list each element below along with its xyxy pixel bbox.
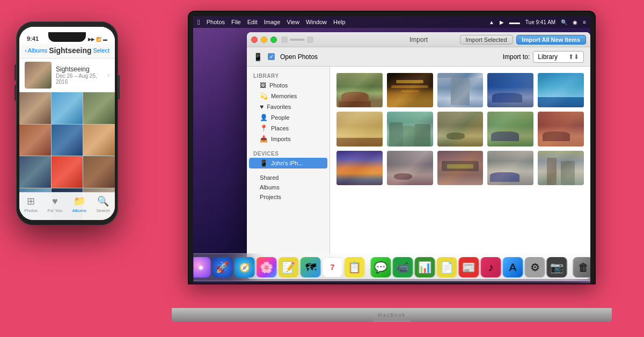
dock-notes[interactable]: 📝 xyxy=(279,257,299,277)
photos-icon: 🖼 xyxy=(260,82,266,89)
menubar-window[interactable]: Window xyxy=(306,19,327,25)
photo-thumb[interactable] xyxy=(336,151,383,185)
iphone-back-button[interactable]: ‹ Albums xyxy=(25,47,47,54)
dock-calendar[interactable]: 7 xyxy=(323,257,343,277)
tab-search[interactable]: 🔍 Search xyxy=(96,195,109,213)
sidebar-item-memories[interactable]: 💫 Memories xyxy=(249,91,327,101)
photo-thumb[interactable] xyxy=(387,112,433,146)
photo-thumb[interactable] xyxy=(336,112,383,146)
iphone-tabbar: ⊞ Photos ♥ For You 📁 Albums 🔍 Search xyxy=(19,192,115,220)
dock-camera[interactable]: 📷 xyxy=(547,257,567,277)
sidebar-item-favorites[interactable]: ♥ Favorites xyxy=(249,101,327,112)
photo-thumb[interactable] xyxy=(437,151,484,185)
sidebar-item-projects[interactable]: Projects xyxy=(249,192,327,202)
tab-albums[interactable]: 📁 Albums xyxy=(72,195,86,213)
iphone-photo-cell[interactable] xyxy=(83,92,115,124)
photo-thumb[interactable] xyxy=(387,151,433,185)
import-to-section: Import to: Library ⬆⬇ xyxy=(503,51,584,63)
dock-trash[interactable]: 🗑 xyxy=(573,257,591,277)
iphone-nav-row: ‹ Albums Sightseeing Select xyxy=(25,46,109,55)
iphone-photo-cell[interactable] xyxy=(52,92,83,124)
sidebar-item-photos[interactable]: 🖼 Photos xyxy=(249,80,327,91)
dock-appstore[interactable]: A xyxy=(503,257,523,277)
dock-photos-browse[interactable]: 🌸 xyxy=(257,257,277,277)
macbook-base: MacBook xyxy=(172,308,612,322)
apple-logo-icon:  xyxy=(197,18,200,26)
photo-thumb[interactable] xyxy=(538,151,584,185)
import-all-button[interactable]: Import All New Items xyxy=(516,35,586,45)
tab-for-you[interactable]: ♥ For You xyxy=(47,196,62,213)
iphone-photos-header: ‹ Albums Sightseeing Select xyxy=(19,44,115,58)
sidebar-people-label: People xyxy=(271,114,289,121)
dock-maps[interactable]: 🗺 xyxy=(301,257,321,277)
window-icon xyxy=(307,36,313,43)
window-titlebar: Import Import Selected Import All New It… xyxy=(247,32,590,47)
sidebar-item-people[interactable]: 👤 People xyxy=(249,112,327,123)
window-slider[interactable] xyxy=(290,39,305,41)
sidebar-item-iphone[interactable]: 📱 John's iPh... xyxy=(249,158,327,169)
iphone-photo-cell[interactable] xyxy=(19,92,51,124)
sidebar-item-imports[interactable]: 📥 Imports xyxy=(249,134,327,144)
close-button[interactable] xyxy=(251,36,258,43)
photo-thumb[interactable] xyxy=(437,112,484,146)
sidebar-item-shared[interactable]: Shared xyxy=(249,173,327,182)
iphone-select-button[interactable]: Select xyxy=(93,47,109,54)
minimize-button[interactable] xyxy=(261,36,267,43)
sidebar-item-places[interactable]: 📍 Places xyxy=(249,123,327,134)
menubar-edit[interactable]: Edit xyxy=(247,19,258,25)
photo-thumb[interactable] xyxy=(487,151,533,185)
import-selected-button[interactable]: Import Selected xyxy=(460,35,513,45)
photo-thumb[interactable] xyxy=(487,73,533,107)
dock-music[interactable]: ♪ xyxy=(481,257,501,277)
iphone-photo-cell[interactable] xyxy=(19,124,51,156)
dock-safari[interactable]: 🧭 xyxy=(235,257,255,277)
appstore-icon: A xyxy=(509,261,516,274)
iphone-volume-down[interactable] xyxy=(14,85,16,101)
macbook-screen-bezel:  Photos File Edit Image View Window Hel… xyxy=(188,11,596,284)
sidebar-item-albums[interactable]: Albums xyxy=(249,182,327,192)
dock-news[interactable]: 📰 xyxy=(459,257,479,277)
photo-thumb[interactable] xyxy=(437,73,484,107)
import-to-dropdown[interactable]: Library ⬆⬇ xyxy=(533,51,584,63)
iphone-photo-cell[interactable] xyxy=(83,124,115,156)
tab-photos[interactable]: ⊞ Photos xyxy=(24,195,38,213)
iphone-album-row[interactable]: Sightseeing Dec 26 – Aug 25, 2016 › xyxy=(19,58,115,92)
photo-thumb[interactable] xyxy=(387,73,433,107)
dock-pages[interactable]: 📄 xyxy=(437,257,457,277)
maximize-button[interactable] xyxy=(270,36,277,43)
photo-thumb[interactable] xyxy=(336,73,383,107)
dock-facetime[interactable]: 📹 xyxy=(393,257,413,277)
menubar-help[interactable]: Help xyxy=(333,19,346,25)
dock-numbers[interactable]: 📊 xyxy=(415,257,435,277)
iphone-photo-cell[interactable] xyxy=(83,156,115,188)
dock-settings[interactable]: ⚙ xyxy=(525,257,545,277)
dock-stickies[interactable]: 📋 xyxy=(345,257,365,277)
iphone-photo-cell[interactable] xyxy=(52,156,83,188)
siri-icon[interactable]: ◉ xyxy=(573,19,577,25)
window-action-buttons: Import Selected Import All New Items xyxy=(460,35,586,45)
calendar-icon: 7 xyxy=(331,263,335,272)
iphone-volume-up[interactable] xyxy=(14,64,16,80)
menubar-file[interactable]: File xyxy=(231,19,241,25)
photo-thumb[interactable] xyxy=(538,73,584,107)
sidebar-iphone-label: John's iPh... xyxy=(271,160,303,166)
safari-icon: 🧭 xyxy=(239,262,250,273)
search-icon[interactable]: 🔍 xyxy=(561,19,567,25)
devices-section-label: Devices xyxy=(247,149,330,158)
open-photos-checkbox[interactable]: ✓ xyxy=(268,53,275,60)
iphone-power-button[interactable] xyxy=(118,75,120,99)
photo-thumb[interactable] xyxy=(487,112,533,146)
menubar-image[interactable]: Image xyxy=(264,19,281,25)
iphone-photo-cell[interactable] xyxy=(52,124,83,156)
news-icon: 📰 xyxy=(462,261,475,274)
dock-messages[interactable]: 💬 xyxy=(371,257,391,277)
dock-siri[interactable]: ◉ xyxy=(193,257,211,277)
siri-dock-icon: ◉ xyxy=(198,263,203,271)
dock-launchpad[interactable]: 🚀 xyxy=(213,257,233,277)
menubar-view[interactable]: View xyxy=(287,19,299,25)
photo-thumb[interactable] xyxy=(538,112,584,146)
menu-icon[interactable]: ≡ xyxy=(583,19,586,25)
tab-albums-label: Albums xyxy=(72,208,86,213)
iphone-photo-cell[interactable] xyxy=(19,156,51,188)
menubar-app-name[interactable]: Photos xyxy=(207,19,225,25)
